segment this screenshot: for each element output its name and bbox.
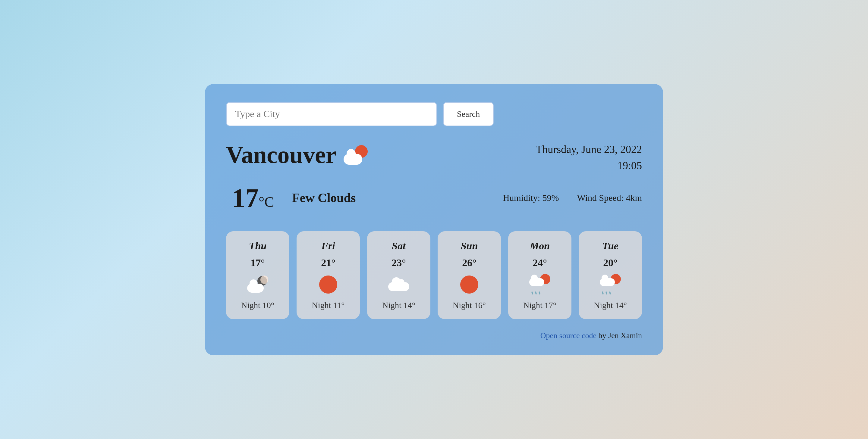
current-date: Thursday, June 23, 2022 <box>535 141 642 158</box>
forecast-temp-1: 21° <box>321 257 336 269</box>
forecast-day-5: Tue <box>602 240 618 252</box>
forecast-night-2: Night 14° <box>382 301 415 310</box>
footer: Open source code by Jen Xamin <box>226 331 642 340</box>
forecast-icon-5 <box>600 274 621 295</box>
forecast-temp-0: 17° <box>250 257 265 269</box>
forecast-temp-5: 20° <box>603 257 618 269</box>
current-time: 19:05 <box>535 158 642 174</box>
forecast-night-0: Night 10° <box>241 301 274 310</box>
forecast-icon-1 <box>318 274 339 295</box>
search-button[interactable]: Search <box>443 102 494 126</box>
city-name: Vancouver <box>226 141 336 169</box>
forecast-night-4: Night 17° <box>523 301 556 310</box>
forecast-night-1: Night 11° <box>312 301 345 310</box>
forecast-icon-3 <box>459 274 480 295</box>
forecast-card-fri: Fri 21° Night 11° <box>297 231 360 319</box>
source-code-link[interactable]: Open source code <box>540 331 596 340</box>
forecast-card-sun: Sun 26° Night 16° <box>438 231 501 319</box>
few-clouds-icon <box>344 145 368 165</box>
search-bar: Search <box>226 102 642 126</box>
forecast-night-5: Night 14° <box>594 301 627 310</box>
footer-suffix: by Jen Xamin <box>596 331 642 340</box>
forecast-icon-2 <box>388 274 409 295</box>
forecast-card-tue: Tue 20° Night 14° <box>579 231 642 319</box>
weather-app-card: Search Vancouver Thursday, June 23, 2022… <box>205 84 663 355</box>
city-search-input[interactable] <box>226 102 437 126</box>
city-row: Vancouver <box>226 141 368 169</box>
forecast-temp-3: 26° <box>462 257 476 269</box>
forecast-icon-0 <box>247 274 268 295</box>
forecast-day-1: Fri <box>321 240 335 252</box>
weather-header: Vancouver Thursday, June 23, 2022 19:05 <box>226 141 642 174</box>
forecast-night-3: Night 16° <box>453 301 486 310</box>
date-time: Thursday, June 23, 2022 19:05 <box>535 141 642 174</box>
current-condition: Few Clouds <box>292 191 355 205</box>
forecast-day-0: Thu <box>249 240 267 252</box>
forecast-icon-4 <box>529 274 550 295</box>
forecast-temp-2: 23° <box>392 257 406 269</box>
forecast-day-4: Mon <box>530 240 550 252</box>
wind-stat: Wind Speed: 4km <box>577 193 642 203</box>
weather-details: 17°C Few Clouds Humidity: 59% Wind Speed… <box>226 183 642 213</box>
forecast-day-2: Sat <box>392 240 405 252</box>
forecast-card-thu: Thu 17° Night 10° <box>226 231 289 319</box>
forecast-card-sat: Sat 23° Night 14° <box>367 231 430 319</box>
forecast-card-mon: Mon 24° Night 17° <box>508 231 571 319</box>
forecast-row: Thu 17° Night 10° Fri 21° Night 11° Sat … <box>226 231 642 319</box>
forecast-day-3: Sun <box>461 240 478 252</box>
current-temperature: 17°C <box>232 183 274 213</box>
forecast-temp-4: 24° <box>532 257 547 269</box>
weather-stats: Humidity: 59% Wind Speed: 4km <box>503 193 642 203</box>
humidity-stat: Humidity: 59% <box>503 193 559 203</box>
